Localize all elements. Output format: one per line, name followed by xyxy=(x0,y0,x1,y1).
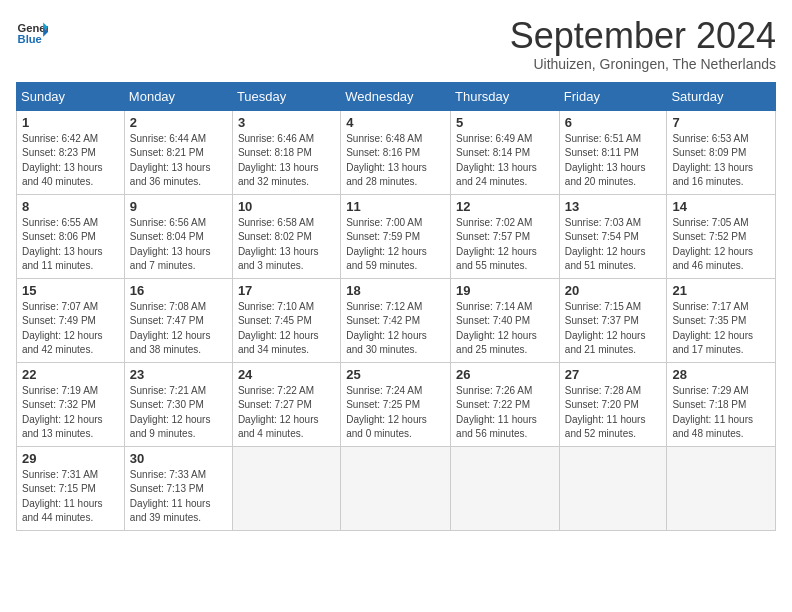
day-number: 17 xyxy=(238,283,335,298)
day-detail: Sunrise: 6:56 AMSunset: 8:04 PMDaylight:… xyxy=(130,216,227,274)
day-number: 29 xyxy=(22,451,119,466)
calendar-cell: 12Sunrise: 7:02 AMSunset: 7:57 PMDayligh… xyxy=(451,194,560,278)
calendar-cell: 11Sunrise: 7:00 AMSunset: 7:59 PMDayligh… xyxy=(341,194,451,278)
day-number: 3 xyxy=(238,115,335,130)
day-detail: Sunrise: 7:21 AMSunset: 7:30 PMDaylight:… xyxy=(130,384,227,442)
svg-text:Blue: Blue xyxy=(18,33,42,45)
day-detail: Sunrise: 7:05 AMSunset: 7:52 PMDaylight:… xyxy=(672,216,770,274)
day-detail: Sunrise: 6:55 AMSunset: 8:06 PMDaylight:… xyxy=(22,216,119,274)
week-row-1: 1Sunrise: 6:42 AMSunset: 8:23 PMDaylight… xyxy=(17,110,776,194)
day-detail: Sunrise: 7:14 AMSunset: 7:40 PMDaylight:… xyxy=(456,300,554,358)
calendar-table: SundayMondayTuesdayWednesdayThursdayFrid… xyxy=(16,82,776,531)
day-detail: Sunrise: 7:31 AMSunset: 7:15 PMDaylight:… xyxy=(22,468,119,526)
day-number: 7 xyxy=(672,115,770,130)
day-number: 20 xyxy=(565,283,662,298)
day-detail: Sunrise: 7:33 AMSunset: 7:13 PMDaylight:… xyxy=(130,468,227,526)
day-detail: Sunrise: 7:02 AMSunset: 7:57 PMDaylight:… xyxy=(456,216,554,274)
location-subtitle: Uithuizen, Groningen, The Netherlands xyxy=(510,56,776,72)
calendar-cell: 18Sunrise: 7:12 AMSunset: 7:42 PMDayligh… xyxy=(341,278,451,362)
day-number: 28 xyxy=(672,367,770,382)
calendar-cell: 3Sunrise: 6:46 AMSunset: 8:18 PMDaylight… xyxy=(232,110,340,194)
day-detail: Sunrise: 7:26 AMSunset: 7:22 PMDaylight:… xyxy=(456,384,554,442)
day-number: 13 xyxy=(565,199,662,214)
calendar-cell: 4Sunrise: 6:48 AMSunset: 8:16 PMDaylight… xyxy=(341,110,451,194)
column-header-saturday: Saturday xyxy=(667,82,776,110)
day-detail: Sunrise: 7:22 AMSunset: 7:27 PMDaylight:… xyxy=(238,384,335,442)
day-number: 1 xyxy=(22,115,119,130)
day-number: 19 xyxy=(456,283,554,298)
day-detail: Sunrise: 7:10 AMSunset: 7:45 PMDaylight:… xyxy=(238,300,335,358)
day-number: 10 xyxy=(238,199,335,214)
day-number: 4 xyxy=(346,115,445,130)
calendar-cell xyxy=(232,446,340,530)
calendar-cell: 1Sunrise: 6:42 AMSunset: 8:23 PMDaylight… xyxy=(17,110,125,194)
day-number: 8 xyxy=(22,199,119,214)
week-row-4: 22Sunrise: 7:19 AMSunset: 7:32 PMDayligh… xyxy=(17,362,776,446)
logo: General Blue xyxy=(16,16,48,48)
column-header-thursday: Thursday xyxy=(451,82,560,110)
calendar-cell: 27Sunrise: 7:28 AMSunset: 7:20 PMDayligh… xyxy=(559,362,667,446)
day-number: 30 xyxy=(130,451,227,466)
day-number: 11 xyxy=(346,199,445,214)
calendar-cell: 2Sunrise: 6:44 AMSunset: 8:21 PMDaylight… xyxy=(124,110,232,194)
day-detail: Sunrise: 6:53 AMSunset: 8:09 PMDaylight:… xyxy=(672,132,770,190)
day-detail: Sunrise: 6:58 AMSunset: 8:02 PMDaylight:… xyxy=(238,216,335,274)
day-detail: Sunrise: 7:29 AMSunset: 7:18 PMDaylight:… xyxy=(672,384,770,442)
month-year-title: September 2024 xyxy=(510,16,776,56)
calendar-cell: 14Sunrise: 7:05 AMSunset: 7:52 PMDayligh… xyxy=(667,194,776,278)
calendar-cell: 6Sunrise: 6:51 AMSunset: 8:11 PMDaylight… xyxy=(559,110,667,194)
week-row-2: 8Sunrise: 6:55 AMSunset: 8:06 PMDaylight… xyxy=(17,194,776,278)
calendar-cell: 21Sunrise: 7:17 AMSunset: 7:35 PMDayligh… xyxy=(667,278,776,362)
calendar-cell xyxy=(559,446,667,530)
day-detail: Sunrise: 6:48 AMSunset: 8:16 PMDaylight:… xyxy=(346,132,445,190)
calendar-cell: 17Sunrise: 7:10 AMSunset: 7:45 PMDayligh… xyxy=(232,278,340,362)
calendar-cell: 25Sunrise: 7:24 AMSunset: 7:25 PMDayligh… xyxy=(341,362,451,446)
column-header-monday: Monday xyxy=(124,82,232,110)
day-detail: Sunrise: 7:17 AMSunset: 7:35 PMDaylight:… xyxy=(672,300,770,358)
day-detail: Sunrise: 6:42 AMSunset: 8:23 PMDaylight:… xyxy=(22,132,119,190)
calendar-cell xyxy=(667,446,776,530)
days-header-row: SundayMondayTuesdayWednesdayThursdayFrid… xyxy=(17,82,776,110)
calendar-cell: 16Sunrise: 7:08 AMSunset: 7:47 PMDayligh… xyxy=(124,278,232,362)
calendar-cell: 10Sunrise: 6:58 AMSunset: 8:02 PMDayligh… xyxy=(232,194,340,278)
day-detail: Sunrise: 7:12 AMSunset: 7:42 PMDaylight:… xyxy=(346,300,445,358)
day-number: 22 xyxy=(22,367,119,382)
calendar-cell: 28Sunrise: 7:29 AMSunset: 7:18 PMDayligh… xyxy=(667,362,776,446)
day-detail: Sunrise: 7:15 AMSunset: 7:37 PMDaylight:… xyxy=(565,300,662,358)
day-number: 16 xyxy=(130,283,227,298)
calendar-cell xyxy=(451,446,560,530)
day-number: 23 xyxy=(130,367,227,382)
calendar-cell: 29Sunrise: 7:31 AMSunset: 7:15 PMDayligh… xyxy=(17,446,125,530)
calendar-cell: 23Sunrise: 7:21 AMSunset: 7:30 PMDayligh… xyxy=(124,362,232,446)
header: General Blue September 2024 Uithuizen, G… xyxy=(16,16,776,72)
day-detail: Sunrise: 7:03 AMSunset: 7:54 PMDaylight:… xyxy=(565,216,662,274)
column-header-wednesday: Wednesday xyxy=(341,82,451,110)
column-header-sunday: Sunday xyxy=(17,82,125,110)
calendar-cell xyxy=(341,446,451,530)
day-detail: Sunrise: 7:00 AMSunset: 7:59 PMDaylight:… xyxy=(346,216,445,274)
day-number: 21 xyxy=(672,283,770,298)
calendar-cell: 19Sunrise: 7:14 AMSunset: 7:40 PMDayligh… xyxy=(451,278,560,362)
day-number: 12 xyxy=(456,199,554,214)
column-header-tuesday: Tuesday xyxy=(232,82,340,110)
day-detail: Sunrise: 6:46 AMSunset: 8:18 PMDaylight:… xyxy=(238,132,335,190)
calendar-cell: 9Sunrise: 6:56 AMSunset: 8:04 PMDaylight… xyxy=(124,194,232,278)
day-detail: Sunrise: 7:19 AMSunset: 7:32 PMDaylight:… xyxy=(22,384,119,442)
day-number: 14 xyxy=(672,199,770,214)
week-row-3: 15Sunrise: 7:07 AMSunset: 7:49 PMDayligh… xyxy=(17,278,776,362)
calendar-cell: 5Sunrise: 6:49 AMSunset: 8:14 PMDaylight… xyxy=(451,110,560,194)
day-number: 18 xyxy=(346,283,445,298)
day-number: 26 xyxy=(456,367,554,382)
day-number: 27 xyxy=(565,367,662,382)
title-area: September 2024 Uithuizen, Groningen, The… xyxy=(510,16,776,72)
day-number: 15 xyxy=(22,283,119,298)
calendar-cell: 30Sunrise: 7:33 AMSunset: 7:13 PMDayligh… xyxy=(124,446,232,530)
day-number: 2 xyxy=(130,115,227,130)
day-detail: Sunrise: 7:28 AMSunset: 7:20 PMDaylight:… xyxy=(565,384,662,442)
day-number: 6 xyxy=(565,115,662,130)
calendar-cell: 8Sunrise: 6:55 AMSunset: 8:06 PMDaylight… xyxy=(17,194,125,278)
day-number: 9 xyxy=(130,199,227,214)
day-detail: Sunrise: 7:08 AMSunset: 7:47 PMDaylight:… xyxy=(130,300,227,358)
day-detail: Sunrise: 6:44 AMSunset: 8:21 PMDaylight:… xyxy=(130,132,227,190)
day-detail: Sunrise: 7:07 AMSunset: 7:49 PMDaylight:… xyxy=(22,300,119,358)
